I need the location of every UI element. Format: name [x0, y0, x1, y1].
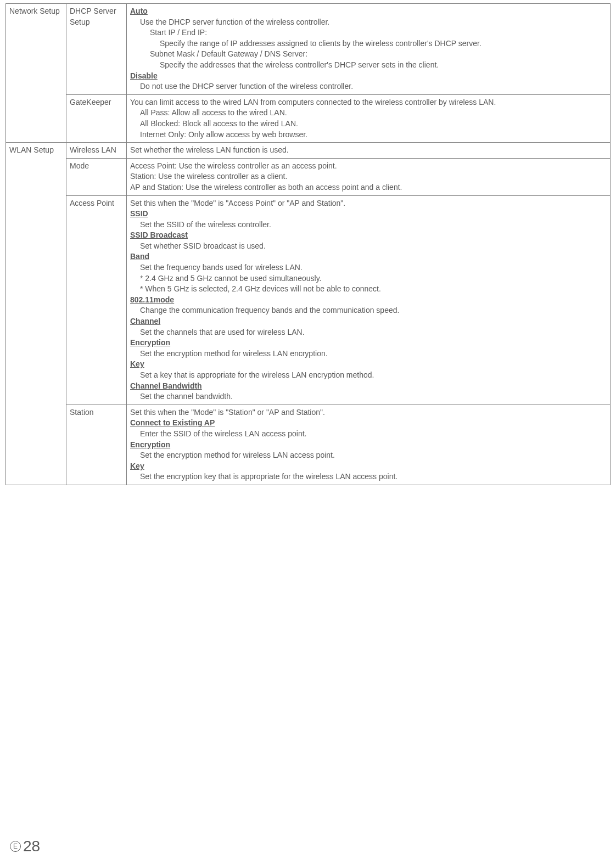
text: Use the DHCP server function of the wire… — [130, 17, 607, 28]
cell-item: Station — [66, 405, 127, 485]
heading: Key — [130, 359, 607, 370]
text: * When 5 GHz is selected, 2.4 GHz device… — [130, 284, 607, 295]
text: Do not use the DHCP server function of t… — [130, 81, 607, 92]
text: Specify the range of IP addresses assign… — [130, 38, 607, 49]
text: Set whether SSID broadcast is used. — [130, 241, 607, 252]
text: Station: Use the wireless controller as … — [130, 171, 607, 182]
text: Set the channel bandwidth. — [130, 391, 607, 402]
cell-category: WLAN Setup — [6, 143, 66, 485]
cell-item: GateKeeper — [66, 94, 127, 142]
heading: Key — [130, 461, 607, 472]
text: All Blocked: Block all access to the wir… — [130, 119, 607, 130]
cell-description: Set this when the "Mode" is "Access Poin… — [127, 195, 611, 405]
text: Set the encryption key that is appropria… — [130, 471, 607, 482]
text: Change the communication frequency bands… — [130, 305, 607, 316]
table-row: Access Point Set this when the "Mode" is… — [6, 195, 611, 405]
text: Enter the SSID of the wireless LAN acces… — [130, 429, 607, 440]
heading: Connect to Existing AP — [130, 418, 607, 429]
text: Set the SSID of the wireless controller. — [130, 220, 607, 231]
cell-item: DHCP Server Setup — [66, 4, 127, 95]
text: Access Point: Use the wireless controlle… — [130, 161, 607, 172]
table-row: Mode Access Point: Use the wireless cont… — [6, 158, 611, 195]
text: You can limit access to the wired LAN fr… — [130, 97, 607, 108]
table-row: Station Set this when the "Mode" is "Sta… — [6, 405, 611, 485]
text: Set whether the wireless LAN function is… — [130, 145, 607, 156]
settings-table: Network Setup DHCP Server Setup Auto Use… — [5, 3, 611, 485]
text: Start IP / End IP: — [130, 27, 607, 38]
heading: SSID Broadcast — [130, 230, 607, 241]
text: Set the encryption method for wireless L… — [130, 349, 607, 360]
text: Set this when the "Mode" is "Station" or… — [130, 407, 607, 418]
text: Set the frequency bands used for wireles… — [130, 262, 607, 273]
cell-category: Network Setup — [6, 4, 66, 143]
cell-description: You can limit access to the wired LAN fr… — [127, 94, 611, 142]
text: Internet Only: Only allow access by web … — [130, 130, 607, 141]
text: Set a key that is appropriate for the wi… — [130, 370, 607, 381]
cell-item: Wireless LAN — [66, 143, 127, 159]
heading: Channel Bandwidth — [130, 381, 607, 392]
table-row: WLAN Setup Wireless LAN Set whether the … — [6, 143, 611, 159]
cell-description: Access Point: Use the wireless controlle… — [127, 158, 611, 195]
text: Subnet Mask / Default Gateway / DNS Serv… — [130, 49, 607, 60]
page-number: 28 — [23, 838, 40, 855]
cell-description: Set this when the "Mode" is "Station" or… — [127, 405, 611, 485]
text: Set the encryption method for wireless L… — [130, 450, 607, 461]
cell-item: Access Point — [66, 195, 127, 405]
text: Set the channels that are used for wirel… — [130, 327, 607, 338]
heading: Band — [130, 251, 607, 262]
heading: Encryption — [130, 338, 607, 349]
text: AP and Station: Use the wireless control… — [130, 182, 607, 193]
heading: SSID — [130, 209, 607, 220]
heading: Channel — [130, 316, 607, 327]
heading: 802.11mode — [130, 295, 607, 306]
cell-item: Mode — [66, 158, 127, 195]
text: Specify the addresses that the wireless … — [130, 60, 607, 71]
page-footer: E 28 — [10, 838, 40, 855]
heading: Disable — [130, 71, 607, 82]
heading: Auto — [130, 6, 607, 17]
table-row: GateKeeper You can limit access to the w… — [6, 94, 611, 142]
heading: Encryption — [130, 440, 607, 451]
cell-description: Auto Use the DHCP server function of the… — [127, 4, 611, 95]
cell-description: Set whether the wireless LAN function is… — [127, 143, 611, 159]
text: All Pass: Allow all access to the wired … — [130, 108, 607, 119]
language-badge: E — [10, 841, 21, 852]
table-row: Network Setup DHCP Server Setup Auto Use… — [6, 4, 611, 95]
text: * 2.4 GHz and 5 GHz cannot be used simul… — [130, 273, 607, 284]
text: Set this when the "Mode" is "Access Poin… — [130, 198, 607, 209]
